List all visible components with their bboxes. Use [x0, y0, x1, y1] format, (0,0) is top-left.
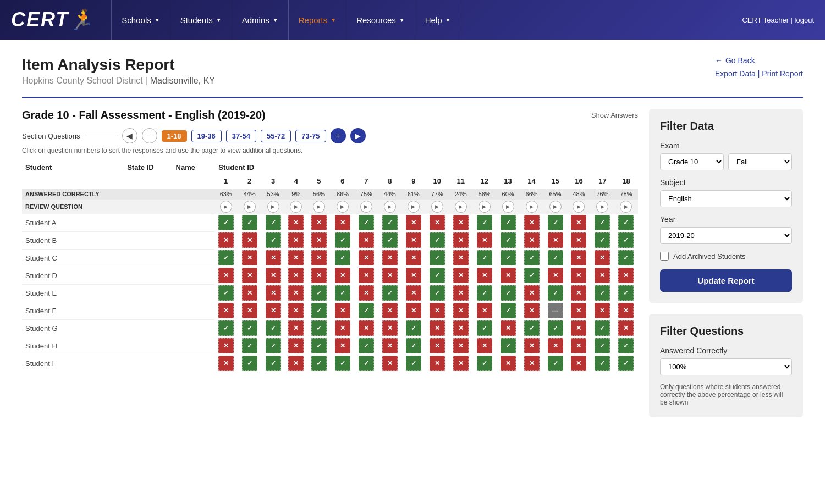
nav-students[interactable]: Students ▼	[170, 0, 232, 40]
next-section-button[interactable]: ▶	[350, 128, 366, 143]
rq-q1[interactable]: ▶	[214, 200, 238, 214]
nav-admins-label: Admins	[242, 15, 270, 25]
student-0-q7-cell: ✓	[354, 214, 378, 231]
nav-schools[interactable]: Schools ▼	[111, 0, 170, 40]
subtitle-separator: |	[145, 76, 150, 85]
student-0-q6-cell: ✕	[331, 214, 354, 231]
student-7-q1-cell: ✕	[214, 337, 238, 355]
q2[interactable]: 2	[238, 175, 261, 189]
student-6-q4-cell: ✕	[285, 319, 307, 337]
student-4-q10-cell: ✓	[425, 284, 449, 302]
ac-q17: 76%	[591, 189, 614, 200]
student-name: Student E	[22, 284, 124, 302]
student-name-col	[173, 249, 215, 267]
rq-q11[interactable]: ▶	[449, 200, 472, 214]
rq-q15[interactable]: ▶	[543, 200, 567, 214]
nav-reports[interactable]: Reports ▼	[289, 0, 346, 40]
rq-q13[interactable]: ▶	[496, 200, 520, 214]
student-8-q9-cell: ✓	[402, 355, 425, 372]
range-37-54[interactable]: 37-54	[226, 130, 256, 142]
show-answers-button[interactable]: Show Answers	[591, 111, 638, 119]
go-back-button[interactable]: ← Go Back	[715, 56, 803, 65]
year-filter-row: Year 2019-20 2018-19 2020-21	[660, 215, 792, 244]
q13[interactable]: 13	[496, 175, 520, 189]
student-4-q14-cell: ✕	[520, 284, 543, 302]
student-7-q8-cell: ✕	[378, 337, 402, 355]
q9[interactable]: 9	[402, 175, 425, 189]
q12[interactable]: 12	[472, 175, 496, 189]
nav-help[interactable]: Help ▼	[415, 0, 461, 40]
export-data-link[interactable]: Export Data	[715, 69, 756, 78]
student-stateid	[124, 214, 172, 231]
range-1-18[interactable]: 1-18	[162, 130, 187, 142]
archived-checkbox[interactable]	[660, 252, 669, 261]
year-filter-label: Year	[660, 215, 792, 224]
rq-q4[interactable]: ▶	[285, 200, 307, 214]
prev-section-button[interactable]: ◀	[122, 128, 138, 143]
student-6-q2-cell: ✓	[238, 319, 261, 337]
student-name: Student D	[22, 267, 124, 284]
table-row: Student H✕✓✓✕✓✕✓✕✓✕✕✕✓✕✕✕✓✓	[22, 337, 638, 355]
student-8-q12-cell: ✓	[472, 355, 496, 372]
print-report-link[interactable]: Print Report	[762, 69, 803, 78]
subject-select[interactable]: English Math Science	[660, 190, 792, 207]
rq-q16[interactable]: ▶	[567, 200, 591, 214]
range-73-75[interactable]: 73-75	[295, 130, 326, 142]
student-7-q13-cell: ✓	[496, 337, 520, 355]
student-5-q8-cell: ✕	[378, 302, 402, 319]
rq-q5[interactable]: ▶	[307, 200, 331, 214]
archived-checkbox-row: Add Archived Students	[660, 252, 792, 261]
q15[interactable]: 15	[543, 175, 567, 189]
exam-term-select[interactable]: Fall Spring Winter	[728, 153, 792, 170]
student-name-col	[173, 284, 215, 302]
q16[interactable]: 16	[567, 175, 591, 189]
range-19-36[interactable]: 19-36	[191, 130, 222, 142]
chevron-down-icon: ▼	[399, 17, 405, 23]
q4[interactable]: 4	[285, 175, 307, 189]
chevron-down-icon: ▼	[273, 17, 278, 23]
student-3-q16-cell: ✕	[567, 267, 591, 284]
rq-q6[interactable]: ▶	[331, 200, 354, 214]
student-1-q10-cell: ✓	[425, 231, 449, 249]
student-5-q3-cell: ✕	[261, 302, 285, 319]
rq-q12[interactable]: ▶	[472, 200, 496, 214]
rq-q14[interactable]: ▶	[520, 200, 543, 214]
student-5-q18-cell: ✕	[614, 302, 638, 319]
nav-resources[interactable]: Resources ▼	[346, 0, 415, 40]
rq-q8[interactable]: ▶	[378, 200, 402, 214]
student-4-q5-cell: ✓	[307, 284, 331, 302]
rq-q18[interactable]: ▶	[614, 200, 638, 214]
rq-q9[interactable]: ▶	[402, 200, 425, 214]
rq-q2[interactable]: ▶	[238, 200, 261, 214]
q14[interactable]: 14	[520, 175, 543, 189]
q17[interactable]: 17	[591, 175, 614, 189]
q18[interactable]: 18	[614, 175, 638, 189]
table-row: Student I✕✓✓✕✓✓✓✕✓✕✕✓✕✕✓✕✓✓	[22, 355, 638, 372]
q1[interactable]: 1	[214, 175, 238, 189]
ac-q7: 75%	[354, 189, 378, 200]
section-hint: Click on question numbers to sort the re…	[22, 147, 638, 154]
rq-q17[interactable]: ▶	[591, 200, 614, 214]
rq-q7[interactable]: ▶	[354, 200, 378, 214]
q7[interactable]: 7	[354, 175, 378, 189]
answered-correctly-select[interactable]: 100% 90% 80% 70% 60% 50%	[660, 358, 792, 375]
q11[interactable]: 11	[449, 175, 472, 189]
student-5-q7-cell: ✓	[354, 302, 378, 319]
q8[interactable]: 8	[378, 175, 402, 189]
rq-q3[interactable]: ▶	[261, 200, 285, 214]
q10[interactable]: 10	[425, 175, 449, 189]
nav-admins[interactable]: Admins ▼	[232, 0, 289, 40]
page-title: Item Analysis Report	[22, 56, 215, 74]
update-report-button[interactable]: Update Report	[660, 269, 792, 292]
range-55-72[interactable]: 55-72	[261, 130, 291, 142]
student-3-q5-cell: ✕	[307, 267, 331, 284]
minus-section-button[interactable]: −	[142, 128, 157, 143]
q3[interactable]: 3	[261, 175, 285, 189]
rq-q10[interactable]: ▶	[425, 200, 449, 214]
q5[interactable]: 5	[307, 175, 331, 189]
q6[interactable]: 6	[331, 175, 354, 189]
exam-grade-select[interactable]: Grade 10 Grade 9 Grade 11	[660, 153, 724, 170]
student-4-q1-cell: ✓	[214, 284, 238, 302]
add-range-button[interactable]: +	[331, 128, 346, 143]
year-select[interactable]: 2019-20 2018-19 2020-21	[660, 227, 792, 244]
